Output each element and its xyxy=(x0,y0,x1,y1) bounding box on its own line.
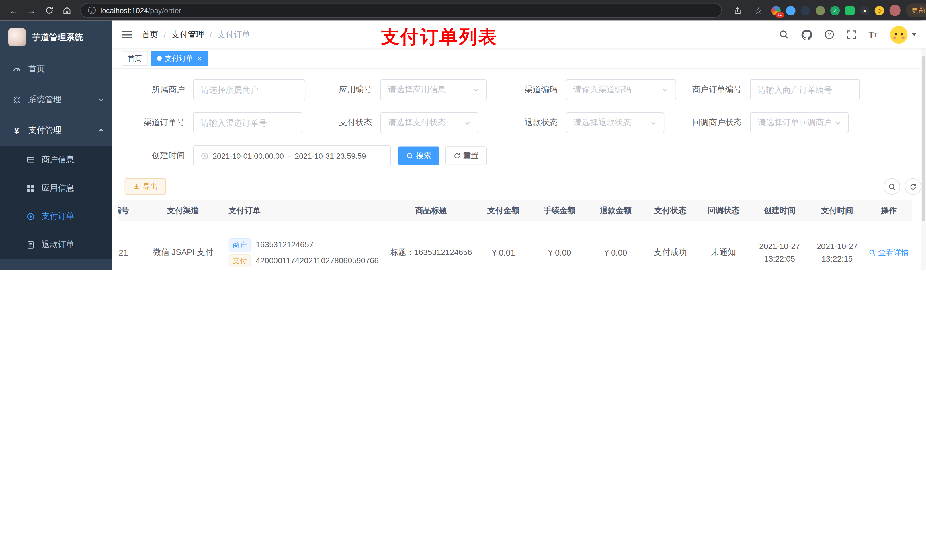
cell-channel: 微信 JSAPI 支付 xyxy=(145,247,221,258)
extension-icon-green-check[interactable]: ✓ xyxy=(830,6,840,15)
browser-actions: ☆ 10 ✓ ● ☺ 更新 ⋮ xyxy=(730,3,926,18)
extension-icon-dark[interactable] xyxy=(801,6,810,15)
search-button[interactable]: 搜索 xyxy=(398,146,439,165)
window-scrollbar[interactable] xyxy=(921,21,926,270)
app-title: 芋道管理系统 xyxy=(32,32,83,43)
browser-update-button[interactable]: 更新 xyxy=(906,3,926,17)
logo-image xyxy=(8,29,26,46)
pay-status-select[interactable]: 请选择支付状态 xyxy=(380,112,478,133)
sidebar-item-home[interactable]: 首页 xyxy=(0,54,112,85)
url-bar[interactable]: i localhost:1024/pay/order xyxy=(80,3,722,18)
cell-created-time: 2021-10-2713:22:05 xyxy=(750,240,809,265)
chevron-down-icon xyxy=(835,119,841,126)
chevron-up-icon xyxy=(98,127,104,133)
sidebar-item-payment[interactable]: ¥ 支付管理 xyxy=(0,115,112,146)
fullscreen-icon[interactable] xyxy=(847,30,856,39)
export-button[interactable]: 导出 xyxy=(125,178,166,195)
merchant-order-no-input[interactable] xyxy=(758,85,852,95)
cell-fee: ¥ 0.00 xyxy=(532,248,588,257)
sidebar-item-system[interactable]: 系统管理 xyxy=(0,85,112,115)
notify-status-select[interactable]: 请选择订单回调商户状态 xyxy=(750,112,849,133)
reload-icon[interactable] xyxy=(41,3,57,18)
share-icon[interactable] xyxy=(730,3,745,18)
font-size-icon[interactable]: TT xyxy=(869,30,878,39)
filter-merchant: 所属商户 xyxy=(129,79,305,100)
cell-status: 支付成功 xyxy=(644,247,697,258)
user-menu[interactable] xyxy=(890,26,917,43)
breadcrumb-home[interactable]: 首页 xyxy=(142,29,158,40)
pay-order-no: 4200001174202110278060590766 xyxy=(256,256,379,265)
payment-submenu: 商户信息 应用信息 支付订单 xyxy=(0,146,112,259)
extension-icon-badged[interactable]: 10 xyxy=(772,6,781,15)
filter-create-time: 创建时间 2021-10-01 00:00:00 - 2021-10-31 23… xyxy=(129,145,391,166)
cell-id: 121 xyxy=(118,248,145,257)
forward-icon[interactable]: → xyxy=(24,3,39,18)
extension-icon-blue[interactable] xyxy=(786,6,795,15)
tab-pay-order[interactable]: 支付订单 × xyxy=(151,51,207,66)
scrollbar-thumb[interactable] xyxy=(922,56,925,221)
search-icon[interactable] xyxy=(779,30,789,39)
table-header: 编号 支付渠道 支付订单 商品标题 支付金额 手续金额 退款金额 支付状态 回调… xyxy=(118,200,912,221)
chevron-down-icon xyxy=(472,86,479,93)
sidebar-item-refund-order[interactable]: 退款订单 xyxy=(0,231,112,259)
chevron-down-icon xyxy=(464,119,471,126)
tab-home[interactable]: 首页 xyxy=(122,51,147,66)
channel-order-no-input[interactable] xyxy=(201,118,295,127)
gear-icon xyxy=(12,95,21,104)
view-detail-link[interactable]: 查看详情 xyxy=(869,247,909,258)
chevron-down-icon xyxy=(662,86,669,93)
page-title-annotation: 支付订单列表 xyxy=(381,25,498,50)
extension-icon-green-chat[interactable] xyxy=(845,6,855,15)
breadcrumb-payment[interactable]: 支付管理 xyxy=(171,29,204,40)
extension-icon-emoji[interactable]: ☺ xyxy=(875,6,884,15)
breadcrumb-current: 支付订单 xyxy=(217,29,250,40)
cell-order: 商户 1635312124657 支付 42000011742021102780… xyxy=(221,235,387,270)
refresh-button[interactable] xyxy=(905,178,921,195)
filter-pay-status: 支付状态 请选择支付状态 xyxy=(316,112,478,133)
toggle-search-button[interactable] xyxy=(884,178,900,195)
cell-refund: ¥ 0.00 xyxy=(588,248,644,257)
screen: ← → i localhost:1024/pay/order ☆ 10 ✓ ● … xyxy=(0,0,926,270)
cell-notify: 未通知 xyxy=(697,247,750,258)
extension-badge: 10 xyxy=(775,11,784,17)
date-end: 2021-10-31 23:59:59 xyxy=(295,151,366,160)
sidebar-item-pay-order[interactable]: 支付订单 xyxy=(0,202,112,231)
bank-card-icon xyxy=(26,155,35,164)
yen-icon: ¥ xyxy=(12,126,21,135)
filter-refund-status: 退款状态 请选择退款状态 xyxy=(501,112,664,133)
extension-icon-olive[interactable] xyxy=(816,6,825,15)
help-icon[interactable]: ? xyxy=(825,30,834,39)
target-icon xyxy=(26,212,35,221)
orders-table: 编号 支付渠道 支付订单 商品标题 支付金额 手续金额 退款金额 支付状态 回调… xyxy=(118,200,912,270)
cell-title: 标题：1635312124656 xyxy=(387,247,475,258)
sidebar-toggle-icon[interactable] xyxy=(122,31,132,38)
sidebar-item-merchant-info[interactable]: 商户信息 xyxy=(0,146,112,174)
github-icon[interactable] xyxy=(801,29,812,40)
chevron-down-icon xyxy=(98,97,104,103)
home-icon[interactable] xyxy=(59,3,74,18)
merchant-tag: 商户 xyxy=(228,238,251,251)
bookmark-star-icon[interactable]: ☆ xyxy=(750,3,766,18)
navbar-actions: ? TT xyxy=(779,26,917,43)
sidebar-item-infra[interactable]: 基础设施 xyxy=(0,259,112,270)
active-dot xyxy=(157,56,162,61)
date-start: 2021-10-01 00:00:00 xyxy=(213,151,284,160)
filter-notify-status: 回调商户状态 请选择订单回调商户状态 xyxy=(686,112,849,133)
back-icon[interactable]: ← xyxy=(6,3,21,18)
date-range-input[interactable]: 2021-10-01 00:00:00 - 2021-10-31 23:59:5… xyxy=(193,145,391,166)
avatar xyxy=(890,26,908,43)
cell-amount: ¥ 0.01 xyxy=(475,248,532,257)
extension-icon-pin[interactable]: ● xyxy=(860,6,869,15)
reset-button[interactable]: 重置 xyxy=(445,146,487,165)
close-icon[interactable]: × xyxy=(197,54,202,62)
channel-code-select[interactable]: 请输入渠道编码 xyxy=(566,79,676,100)
browser-profile-avatar[interactable] xyxy=(889,5,900,16)
refund-status-select[interactable]: 请选择退款状态 xyxy=(566,112,664,133)
merchant-input[interactable] xyxy=(201,85,298,95)
sidebar-item-app-info[interactable]: 应用信息 xyxy=(0,174,112,202)
site-info-icon[interactable]: i xyxy=(88,6,96,14)
chevron-down-icon xyxy=(650,119,657,126)
merchant-order-no: 1635312124657 xyxy=(256,240,313,249)
grid-icon xyxy=(26,184,35,193)
app-select[interactable]: 请选择应用信息 xyxy=(380,79,487,100)
